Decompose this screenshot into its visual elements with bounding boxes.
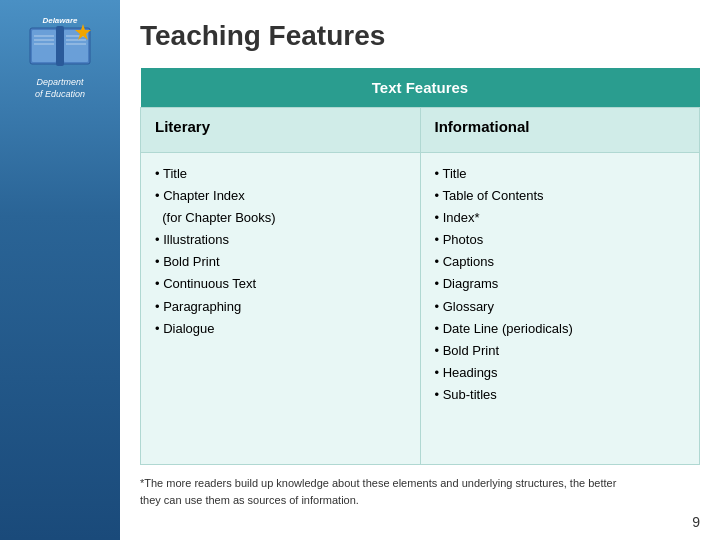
svg-rect-1 <box>32 30 56 62</box>
col1-content: • Title • Chapter Index (for Chapter Boo… <box>141 152 421 464</box>
svg-text:Delaware: Delaware <box>42 18 78 25</box>
features-table: Text Features Literary Informational • T… <box>140 68 700 465</box>
col2-header: Informational <box>420 108 700 153</box>
svg-rect-4 <box>56 26 64 66</box>
table-header-row: Text Features <box>141 68 700 108</box>
table-subheader-row: Literary Informational <box>141 108 700 153</box>
logo-icon: Delaware <box>25 18 95 73</box>
table-header-cell: Text Features <box>141 68 700 108</box>
footnote: *The more readers build up knowledge abo… <box>140 475 640 508</box>
table-content-row: • Title • Chapter Index (for Chapter Boo… <box>141 152 700 464</box>
main-content: Teaching Features Text Features Literary… <box>120 0 720 540</box>
col2-content: • Title • Table of Contents • Index* • P… <box>420 152 700 464</box>
col1-header: Literary <box>141 108 421 153</box>
sidebar: Delaware Department of Education <box>0 0 120 540</box>
page-title: Teaching Features <box>140 20 700 52</box>
page-number: 9 <box>140 514 700 530</box>
dept-text: Department of Education <box>35 77 85 100</box>
logo-area: Delaware Department of Education <box>17 10 103 108</box>
